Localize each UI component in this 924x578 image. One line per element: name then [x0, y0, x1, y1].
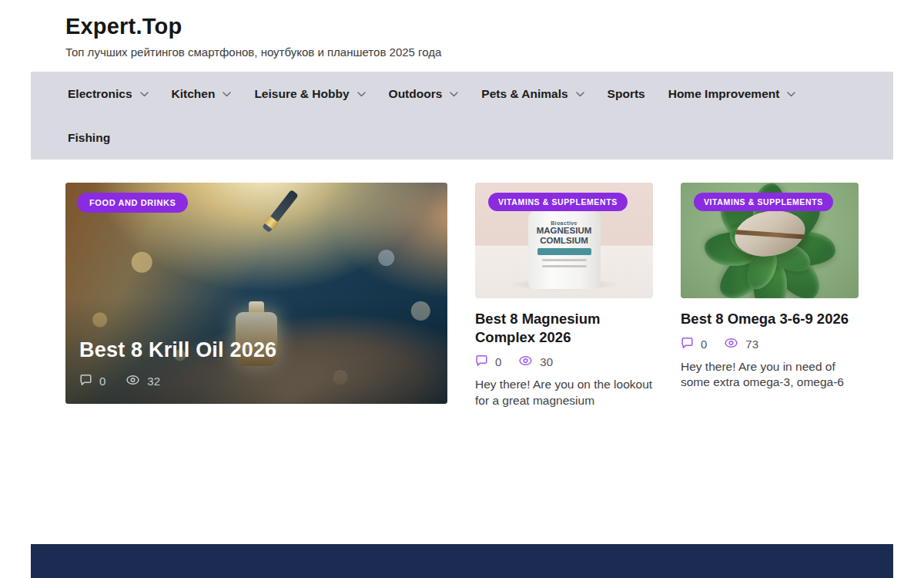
main-nav: ElectronicsKitchenLeisure & HobbyOutdoor… — [31, 72, 893, 160]
nav-item-label: Outdoors — [389, 87, 443, 101]
views-stat: 73 — [724, 338, 758, 351]
nav-item-label: Electronics — [68, 87, 132, 101]
bottle-label-rule — [542, 259, 587, 261]
eye-icon — [724, 338, 738, 351]
comment-icon — [475, 355, 488, 369]
category-badge-vitamins[interactable]: VITAMINS & SUPPLEMENTS — [488, 193, 628, 211]
nav-item-fishing[interactable]: Fishing — [68, 131, 110, 145]
bottle-label-line1: MAGNESIUM — [528, 226, 601, 236]
comments-count: 0 — [99, 375, 105, 388]
chevron-down-icon — [787, 92, 795, 97]
views-count: 30 — [540, 355, 553, 368]
chevron-down-icon — [223, 92, 231, 97]
site-tagline: Топ лучших рейтингов смартфонов, ноутбук… — [65, 45, 441, 59]
nav-item-leisure-hobby[interactable]: Leisure & Hobby — [254, 87, 365, 101]
comments-count: 0 — [495, 355, 501, 368]
nav-item-electronics[interactable]: Electronics — [68, 87, 149, 101]
chevron-down-icon — [450, 92, 458, 97]
article-excerpt: Hey there! Are you in need of some extra… — [681, 359, 859, 391]
nav-row-2: Fishing — [31, 116, 893, 160]
comments-count: 0 — [701, 338, 707, 351]
nav-item-label: Sports — [608, 87, 645, 101]
category-badge-vitamins[interactable]: VITAMINS & SUPPLEMENTS — [694, 193, 833, 211]
featured-article-title[interactable]: Best 8 Krill Oil 2026 — [79, 338, 276, 362]
article-excerpt: Hey there! Are you on the lookout for a … — [475, 377, 653, 408]
article-stats: 0 73 — [681, 337, 859, 351]
nav-row-1: ElectronicsKitchenLeisure & HobbyOutdoor… — [31, 72, 893, 116]
views-stat: 32 — [126, 375, 160, 388]
nav-item-label: Leisure & Hobby — [254, 87, 349, 101]
eye-icon — [518, 355, 533, 368]
site-header: Expert.Top Топ лучших рейтингов смартфон… — [65, 14, 441, 59]
article-stats: 0 30 — [475, 355, 653, 369]
article-image[interactable]: VITAMINS & SUPPLEMENTS — [681, 183, 859, 298]
bottle-label-line2: COMLSIUM — [528, 236, 601, 246]
views-stat: 30 — [518, 355, 553, 368]
nav-item-home-improvement[interactable]: Home Improvement — [668, 87, 796, 101]
bottle-label-rule — [542, 265, 587, 267]
pill-groove — [731, 229, 808, 239]
category-badge-food-and-drinks[interactable]: FOOD AND DRINKS — [77, 193, 188, 213]
views-count: 32 — [147, 375, 160, 388]
site-logo[interactable]: Expert.Top — [65, 14, 441, 39]
bottle-label-band — [537, 248, 591, 255]
nav-item-label: Pets & Animals — [481, 87, 567, 101]
articles-grid: FOOD AND DRINKS Best 8 Krill Oil 2026 0 — [65, 183, 859, 408]
chevron-down-icon — [140, 92, 149, 97]
eye-icon — [126, 375, 140, 388]
featured-article-stats: 0 32 — [79, 374, 276, 388]
comments-stat: 0 — [79, 374, 105, 388]
nav-item-label: Kitchen — [172, 87, 216, 101]
article-card-omega[interactable]: VITAMINS & SUPPLEMENTS Best 8 Omega 3-6-… — [681, 183, 859, 391]
featured-overlay: Best 8 Krill Oil 2026 0 32 — [79, 338, 276, 388]
comments-stat: 0 — [681, 337, 707, 351]
featured-article[interactable]: FOOD AND DRINKS Best 8 Krill Oil 2026 0 — [65, 183, 447, 404]
article-card-magnesium[interactable]: Bioactive MAGNESIUM COMLSIUM VITAMINS & … — [475, 183, 653, 408]
article-title[interactable]: Best 8 Omega 3-6-9 2026 — [681, 310, 859, 328]
nav-item-outdoors[interactable]: Outdoors — [389, 87, 459, 101]
comment-icon — [79, 374, 92, 388]
nav-item-label: Fishing — [68, 131, 110, 145]
article-image[interactable]: Bioactive MAGNESIUM COMLSIUM VITAMINS & … — [475, 183, 653, 298]
supplement-bottle: Bioactive MAGNESIUM COMLSIUM — [528, 210, 601, 289]
nav-item-pets-animals[interactable]: Pets & Animals — [481, 87, 584, 101]
bottle-brand-text: Bioactive — [528, 220, 601, 226]
chevron-down-icon — [576, 92, 584, 97]
featured-article-image[interactable]: FOOD AND DRINKS Best 8 Krill Oil 2026 0 — [65, 183, 447, 404]
views-count: 73 — [745, 338, 758, 351]
chevron-down-icon — [357, 92, 366, 97]
article-title[interactable]: Best 8 Magnesium Complex 2026 — [475, 310, 653, 346]
comments-stat: 0 — [475, 355, 501, 369]
nav-item-sports[interactable]: Sports — [608, 87, 645, 101]
nav-item-kitchen[interactable]: Kitchen — [172, 87, 232, 101]
comment-icon — [681, 337, 694, 351]
nav-item-label: Home Improvement — [668, 87, 780, 101]
footer-bar — [31, 544, 893, 578]
